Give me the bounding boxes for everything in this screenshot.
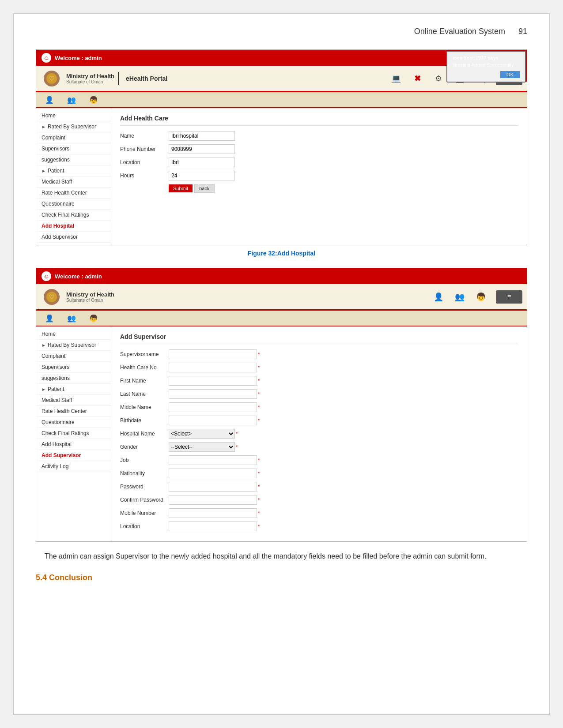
input-location[interactable]	[169, 158, 235, 167]
icon-row-person2-2[interactable]: 👦	[89, 314, 98, 323]
req-mobilenumber: *	[258, 510, 260, 516]
main-content-1: Home ► Rated By Supervisor Complaint Sup…	[36, 108, 527, 245]
sidebar-item-addhospital-2[interactable]: Add Hospital	[36, 439, 111, 450]
label-hospitalname: Hospital Name	[120, 431, 169, 437]
form-row-mobilenumber: Mobile Number *	[120, 508, 518, 518]
sidebar-item-suggestions-2[interactable]: suggestions	[36, 373, 111, 384]
icon-row-person-2[interactable]: 👤	[45, 314, 54, 323]
input-password[interactable]	[169, 482, 257, 492]
sidebar-item-addsupervisor-1[interactable]: Add Supervisor	[36, 232, 111, 243]
input-lastname[interactable]	[169, 389, 257, 399]
sidebar-item-complaint-1[interactable]: Complaint	[36, 132, 111, 143]
input-birthdate[interactable]	[169, 416, 257, 425]
sidebar-item-home-2[interactable]: Home	[36, 329, 111, 340]
req-nationality: *	[258, 471, 260, 476]
input-nationality[interactable]	[169, 469, 257, 478]
form-buttons-1: Submit back	[120, 184, 518, 193]
input-firstname[interactable]	[169, 376, 257, 386]
sidebar-item-ratehc-1[interactable]: Rate Health Center	[36, 188, 111, 199]
ministry-name-1: Ministry of Health	[66, 73, 114, 79]
form-row-supervisorname: Supervisorname *	[120, 349, 518, 359]
sidebar-item-patient-2[interactable]: ► Patient	[36, 384, 111, 395]
monitor-icon-1[interactable]: 💻	[390, 72, 402, 85]
sidebar-item-medstaff-1[interactable]: Medical Staff	[36, 176, 111, 188]
sidebar-item-questionnaire-1[interactable]: Questionnaire	[36, 199, 111, 210]
sidebar-item-rated-2[interactable]: ► Rated By Supervisor	[36, 340, 111, 351]
req-location2: *	[258, 524, 260, 529]
sidebar-item-questionnaire-2[interactable]: Questionnaire	[36, 417, 111, 428]
req-hospitalname: *	[236, 431, 238, 436]
req-lastname: *	[258, 391, 260, 397]
req-middlename: *	[258, 405, 260, 410]
settings-icon-1[interactable]: ⚙	[432, 72, 445, 85]
form-row-gender: Gender --Select-- *	[120, 442, 518, 452]
figure1-screenshot: ☺ Welcome : admin localhost:1937 says Ho…	[36, 49, 527, 245]
portal-nav-icons-2: 👤 👥 👦 ☰	[432, 290, 522, 304]
sidebar-item-checkfinal-1[interactable]: Check Final Ratings	[36, 210, 111, 221]
group-icon-2[interactable]: 👥	[453, 291, 466, 303]
form-row-hospitalname: Hospital Name <Select> *	[120, 429, 518, 439]
form-row-healthcareno: Health Care No *	[120, 363, 518, 372]
welcome-title-1: Welcome : admin	[55, 55, 102, 61]
icon-row-person2-1[interactable]: 👦	[89, 96, 98, 104]
back-button-1[interactable]: back	[194, 184, 214, 193]
welcome-title-2: Welcome : admin	[55, 273, 102, 280]
input-mobilenumber[interactable]	[169, 508, 257, 518]
sidebar-item-medstaff-2[interactable]: Medical Staff	[36, 395, 111, 406]
form-row-password: Password *	[120, 482, 518, 492]
sidebar-item-checkfinal-2[interactable]: Check Final Ratings	[36, 428, 111, 439]
icon-row-group-2[interactable]: 👥	[67, 314, 76, 323]
form-area-1: Add Health Care Name Phone Number Locati…	[111, 108, 527, 245]
form-title-1: Add Health Care	[120, 115, 518, 126]
sidebar-item-home-1[interactable]: Home	[36, 110, 111, 121]
select-gender[interactable]: --Select--	[169, 442, 235, 452]
input-supervisorname[interactable]	[169, 349, 257, 359]
sidebar-item-activitylog-2[interactable]: Activity Log	[36, 461, 111, 472]
input-location2[interactable]	[169, 522, 257, 531]
sidebar-item-patient-1[interactable]: ► Patient	[36, 165, 111, 176]
icon-row-group-1[interactable]: 👥	[67, 96, 76, 104]
dialog-message: Hospital Added Successfully	[453, 62, 520, 68]
req-confirmpassword: *	[258, 497, 260, 503]
arrow-patient-1: ►	[42, 169, 46, 173]
input-phone[interactable]	[169, 144, 235, 154]
label-location2: Location	[120, 523, 169, 529]
form-title-2: Add Supervisor	[120, 333, 518, 344]
icon-row-2: 👤 👥 👦	[36, 311, 527, 326]
sidebar-item-complaint-2[interactable]: Complaint	[36, 351, 111, 362]
sidebar-item-supervisors-1[interactable]: Supervisors	[36, 143, 111, 154]
x-icon-1[interactable]: ✖	[411, 72, 423, 85]
portal-title-block-1: Ministry of Health Sultanate of Oman	[66, 73, 114, 84]
sidebar-item-suggestions-1[interactable]: suggestions	[36, 154, 111, 165]
sultanate-name-2: Sultanate of Oman	[66, 298, 114, 303]
input-hours[interactable]	[169, 171, 235, 180]
figure2-screenshot: ☺ Welcome : admin ♡ Ministry of Health S…	[36, 268, 527, 542]
arrow-rated-2: ►	[42, 343, 46, 348]
input-name[interactable]	[169, 131, 235, 141]
input-healthcareno[interactable]	[169, 363, 257, 372]
req-birthdate: *	[258, 418, 260, 423]
person-icon-2[interactable]: 👤	[432, 291, 445, 303]
sidebar-item-addhospital-1[interactable]: Add Hospital	[36, 221, 111, 232]
sidebar-item-supervisors-2[interactable]: Supervisors	[36, 362, 111, 373]
person2-icon-2[interactable]: 👦	[475, 291, 487, 303]
sidebar-item-addsupervisor-2[interactable]: Add Supervisor	[36, 450, 111, 461]
submit-button-1[interactable]: Submit	[169, 184, 193, 192]
input-job[interactable]	[169, 455, 257, 465]
svg-text:♡: ♡	[49, 75, 55, 82]
sidebar-item-ratehc-2[interactable]: Rate Health Center	[36, 406, 111, 417]
select-hospitalname[interactable]: <Select>	[169, 429, 235, 439]
dialog-title: localhost:1937 says	[453, 55, 520, 60]
dialog-ok-button[interactable]: OK	[500, 71, 520, 78]
dialog-box: localhost:1937 says Hospital Added Succe…	[446, 51, 526, 83]
sidebar-item-rated-1[interactable]: ► Rated By Supervisor	[36, 121, 111, 132]
label-middlename: Middle Name	[120, 404, 169, 410]
input-confirmpassword[interactable]	[169, 495, 257, 505]
icon-row-person-1[interactable]: 👤	[45, 96, 54, 104]
input-middlename[interactable]	[169, 402, 257, 412]
page-number: 91	[518, 27, 527, 36]
form-row-confirmpassword: Confirm Password *	[120, 495, 518, 505]
label-birthdate: Birthdate	[120, 417, 169, 424]
sidebar-1: Home ► Rated By Supervisor Complaint Sup…	[36, 108, 111, 245]
label-gender: Gender	[120, 444, 169, 450]
